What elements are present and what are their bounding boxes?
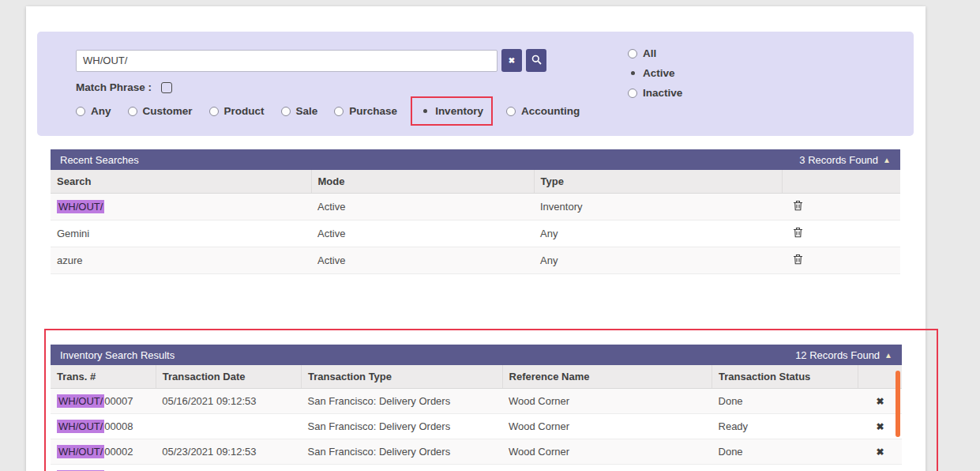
status-cell: Done: [712, 389, 858, 414]
type-cell: Inventory: [534, 194, 782, 220]
search-input[interactable]: [76, 50, 498, 72]
radio-icon: [628, 69, 637, 78]
delete-search-button[interactable]: [793, 227, 803, 240]
section-title: Recent Searches: [60, 154, 139, 166]
recent-searches-section: Recent Searches 3 Records Found ▲ Search…: [51, 149, 900, 274]
match-phrase-checkbox[interactable]: [161, 82, 172, 93]
date-cell: [156, 414, 301, 439]
radio-accounting[interactable]: Accounting: [506, 105, 580, 117]
radio-icon: [628, 89, 637, 98]
table-row: WH/OUT/00009 San Francisco: Delivery Ord…: [51, 465, 902, 471]
recent-searches-table: Search Mode Type WH/OUT/ Active Inventor…: [51, 170, 900, 274]
radio-customer[interactable]: Customer: [128, 105, 193, 117]
status-cell: Ready: [712, 465, 858, 471]
remove-result-button[interactable]: ✖: [876, 447, 884, 458]
date-cell: 05/16/2021 09:12:53: [156, 389, 301, 414]
inventory-results-header: Inventory Search Results 12 Records Foun…: [51, 345, 902, 365]
type-cell: San Francisco: Delivery Orders: [302, 414, 502, 439]
radio-label: Accounting: [521, 105, 580, 117]
magnifier-icon: [531, 55, 542, 66]
radio-label: Customer: [143, 105, 193, 117]
status-cell: Done: [712, 439, 858, 465]
column-header-type: Transaction Type: [302, 365, 502, 389]
radio-label: Active: [643, 67, 675, 79]
type-cell: San Francisco: Delivery Orders: [302, 389, 502, 414]
reference-cell: Wood Corner: [502, 389, 712, 414]
radio-inventory[interactable]: Inventory: [420, 105, 483, 117]
annotation-box-inventory-results: Inventory Search Results 12 Records Foun…: [44, 329, 938, 471]
radio-any[interactable]: Any: [76, 105, 111, 117]
clear-search-button[interactable]: ✖: [501, 49, 522, 72]
search-button[interactable]: [526, 49, 546, 72]
collapse-icon[interactable]: ▲: [884, 351, 892, 360]
date-cell: 05/23/2021 09:12:53: [156, 439, 301, 465]
inventory-results-table: Trans. # Transaction Date Transaction Ty…: [51, 365, 902, 471]
delete-search-button[interactable]: [793, 200, 803, 213]
column-header-date: Transaction Date: [156, 365, 301, 389]
radio-icon: [506, 107, 516, 116]
trans-prefix: WH/OUT/: [57, 420, 104, 433]
match-phrase-row: Match Phrase :: [76, 81, 914, 93]
radio-label: All: [643, 47, 656, 59]
inventory-results-section: Inventory Search Results 12 Records Foun…: [51, 345, 902, 471]
mode-cell: Active: [311, 247, 534, 274]
status-radio-group: All Active Inactive: [628, 47, 682, 99]
remove-result-button[interactable]: ✖: [876, 421, 884, 432]
radio-inactive[interactable]: Inactive: [628, 87, 682, 99]
date-cell: [156, 465, 301, 471]
radio-purchase[interactable]: Purchase: [334, 105, 397, 117]
type-cell: San Francisco: Delivery Orders: [302, 465, 502, 471]
column-header-status: Transaction Status: [712, 365, 858, 389]
radio-icon: [128, 107, 137, 116]
trans-number: 00002: [104, 446, 133, 458]
section-title: Inventory Search Results: [60, 349, 175, 361]
radio-product[interactable]: Product: [209, 105, 265, 117]
radio-label: Purchase: [349, 105, 397, 117]
records-found-label: 3 Records Found: [799, 154, 878, 166]
column-header-trans: Trans. #: [51, 365, 156, 389]
radio-active[interactable]: Active: [628, 67, 682, 79]
search-term: azure: [57, 254, 83, 266]
trans-prefix: WH/OUT/: [57, 394, 104, 408]
radio-icon: [334, 107, 344, 116]
search-panel: ✖ Match Phrase : Any Cu: [37, 32, 914, 136]
mode-cell: Active: [311, 220, 534, 247]
match-phrase-label: Match Phrase :: [76, 81, 152, 93]
trans-number: 00008: [104, 420, 133, 432]
radio-icon: [420, 107, 430, 116]
radio-all[interactable]: All: [628, 47, 682, 59]
trans-prefix: WH/OUT/: [57, 445, 104, 458]
annotation-box-inventory-radio: Inventory: [411, 96, 493, 126]
collapse-icon[interactable]: ▲: [883, 156, 891, 164]
delete-search-button[interactable]: [793, 254, 803, 267]
records-found-label: 12 Records Found: [795, 349, 880, 361]
category-radio-group: Any Customer Product Sale Purchase: [76, 105, 914, 117]
radio-icon: [209, 107, 219, 116]
main-card: ✖ Match Phrase : Any Cu: [26, 6, 926, 471]
type-cell: Any: [534, 220, 782, 247]
trash-icon: [793, 255, 803, 267]
column-header-reference: Reference Name: [502, 365, 712, 389]
radio-icon: [281, 107, 291, 116]
search-row: ✖: [76, 49, 914, 72]
recent-searches-header: Recent Searches 3 Records Found ▲: [51, 149, 900, 170]
records-found-toggle[interactable]: 3 Records Found ▲: [799, 154, 891, 166]
type-cell: San Francisco: Delivery Orders: [302, 439, 502, 465]
column-header-actions: [782, 170, 900, 194]
radio-sale[interactable]: Sale: [281, 105, 318, 117]
vertical-scrollbar[interactable]: [896, 371, 900, 437]
trans-number: 00007: [104, 395, 133, 407]
trash-icon: [793, 202, 803, 213]
status-cell: Ready: [712, 414, 858, 439]
table-row: azure Active Any: [51, 247, 900, 274]
table-row: Gemini Active Any: [51, 220, 900, 247]
remove-result-button[interactable]: ✖: [876, 396, 884, 407]
table-row: WH/OUT/00007 05/16/2021 09:12:53 San Fra…: [51, 389, 902, 414]
reference-cell: Wood Corner: [502, 465, 712, 471]
radio-icon: [628, 49, 637, 58]
radio-label: Sale: [296, 105, 318, 117]
records-found-toggle[interactable]: 12 Records Found ▲: [795, 349, 892, 361]
close-icon: ✖: [509, 56, 515, 65]
table-header-row: Search Mode Type: [51, 170, 900, 194]
search-term: Gemini: [57, 228, 89, 239]
